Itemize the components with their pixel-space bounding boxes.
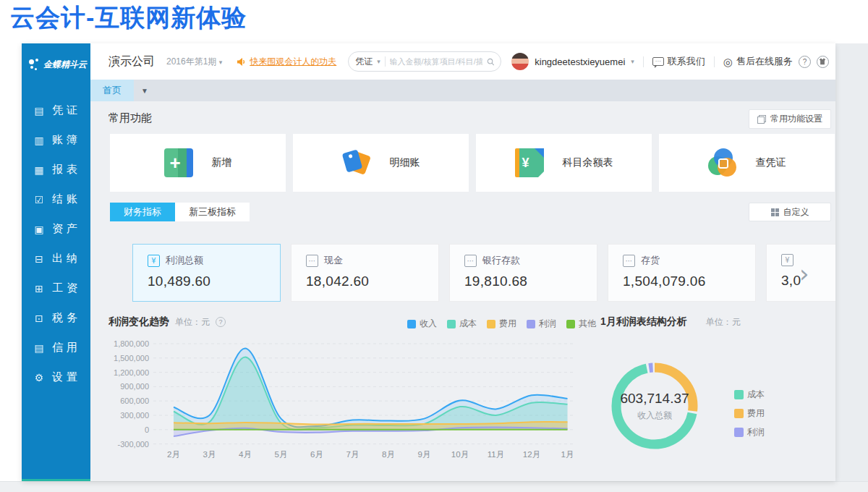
donut-legend-item-利润[interactable]: 利润 — [734, 426, 765, 438]
sidebar-item-label: 报表 — [52, 163, 81, 177]
username[interactable]: kingdeetestxieyuemei — [535, 56, 625, 67]
quick-action-明细账[interactable]: 明细账 — [293, 134, 469, 192]
cash-icon: ⋯ — [306, 255, 318, 267]
legend-label: 费用 — [499, 318, 516, 330]
sidebar-item-cashier[interactable]: ⊟出纳 — [22, 244, 90, 273]
svg-text:1月: 1月 — [561, 450, 574, 459]
sidebar-item-tax[interactable]: ⊡税务 — [22, 303, 90, 333]
donut-chart-unit: 单位：元 — [706, 316, 741, 328]
company-name: 演示公司 — [109, 54, 155, 69]
period-selector[interactable]: 2016年第1期 ▾ — [166, 56, 222, 68]
donut-legend-item-成本[interactable]: 成本 — [734, 389, 765, 401]
quick-action-label: 新增 — [212, 156, 232, 169]
donut-legend-item-费用[interactable]: 费用 — [734, 407, 765, 420]
announcement[interactable]: 快来围观会计人的功夫 — [237, 56, 336, 68]
metric-card-银行存款[interactable]: ⋯银行存款19,810.68 — [449, 244, 597, 302]
svg-text:11月: 11月 — [488, 450, 504, 459]
indicator-icon: ¥ — [781, 254, 793, 266]
quick-action-新增[interactable]: +新增 — [110, 134, 286, 192]
quick-actions-settings-button[interactable]: 常用功能设置 — [749, 109, 831, 129]
top-bar: 演示公司 2016年第1期 ▾ 快来围观会计人的功夫 凭证 ▾ kingdeet… — [90, 43, 835, 80]
voucher-scan-icon — [708, 148, 737, 177]
legend-label: 费用 — [747, 407, 765, 420]
sidebar-item-label: 税务 — [52, 311, 81, 325]
search-input[interactable] — [390, 57, 482, 66]
line-chart-legend: 收入成本费用利润其他 — [407, 318, 596, 330]
tab-新三板指标[interactable]: 新三板指标 — [175, 203, 250, 221]
tags-icon — [342, 148, 371, 177]
announcement-link[interactable]: 快来围观会计人的功夫 — [250, 56, 336, 68]
profit-icon: ¥ — [148, 255, 160, 267]
asset-icon: ▣ — [33, 224, 45, 235]
search-icon[interactable] — [487, 57, 495, 67]
legend-swatch — [734, 409, 744, 418]
contact-us-label: 联系我们 — [668, 55, 705, 68]
legend-item-其他[interactable]: 其他 — [566, 318, 596, 330]
payroll-icon: ⊞ — [33, 283, 45, 294]
sidebar-item-credit[interactable]: ▤信用 — [22, 333, 90, 362]
page-title: 云会计-互联网新体验 — [10, 1, 247, 35]
legend-label: 其他 — [579, 318, 596, 330]
metrics-next-arrow[interactable]: › — [799, 259, 809, 288]
sidebar-item-books[interactable]: ▥账簿 — [22, 125, 90, 155]
sidebar-item-label: 凭证 — [52, 103, 81, 117]
sidebar: 金蝶精斗云 ▤凭证▥账簿▦报表☑结账▣资产⊟出纳⊞工资⊡税务▤信用⚙设置 — [22, 43, 90, 481]
tab-dropdown[interactable]: ▼ — [134, 80, 156, 101]
brand-logo[interactable]: 金蝶精斗云 — [22, 43, 90, 85]
chevron-down-icon: ▾ — [377, 58, 380, 65]
report-icon: ▦ — [33, 164, 45, 176]
search-box[interactable]: 凭证 ▾ — [348, 51, 501, 72]
help-icon[interactable]: ? — [799, 56, 811, 68]
page-backdrop-right — [835, 43, 868, 481]
sidebar-item-voucher[interactable]: ▤凭证 — [22, 96, 90, 125]
sidebar-item-label: 结账 — [52, 192, 81, 206]
donut-chart-legend: 成本费用利润 — [734, 389, 765, 438]
customize-button[interactable]: 自定义 — [749, 203, 831, 221]
sidebar-item-assets[interactable]: ▣资产 — [22, 214, 90, 244]
legend-item-成本[interactable]: 成本 — [447, 318, 477, 330]
svg-text:9月: 9月 — [418, 450, 431, 459]
metric-card-现金[interactable]: ⋯现金18,042.60 — [291, 244, 439, 302]
help-icon[interactable]: ? — [216, 317, 226, 327]
legend-item-收入[interactable]: 收入 — [407, 318, 437, 330]
after-sales-service-link[interactable]: ◎ 售后在线服务 — [723, 55, 793, 68]
add-icon: + — [164, 148, 193, 177]
legend-swatch — [566, 320, 575, 328]
main-content: 常用功能 常用功能设置 +新增明细账¥科目余额表查凭证 财务指标新三板指标 自定… — [90, 101, 835, 481]
quick-action-科目余额表[interactable]: ¥科目余额表 — [476, 134, 652, 192]
svg-text:-300,000: -300,000 — [118, 440, 149, 449]
metric-card-利润总额[interactable]: ¥利润总额10,489.60 — [132, 244, 281, 302]
sidebar-item-label: 账簿 — [52, 133, 81, 147]
avatar[interactable] — [511, 53, 529, 70]
sidebar-item-label: 工资 — [52, 281, 81, 295]
page-backdrop-bottom — [0, 481, 868, 492]
sidebar-item-settings[interactable]: ⚙设置 — [22, 362, 90, 392]
metric-value: 1,504,079.06 — [623, 273, 755, 289]
svg-text:7月: 7月 — [346, 450, 359, 459]
svg-text:10月: 10月 — [451, 450, 469, 459]
quick-action-查凭证[interactable]: 查凭证 — [659, 134, 835, 192]
sidebar-item-reports[interactable]: ▦报表 — [22, 155, 90, 184]
tab-财务指标[interactable]: 财务指标 — [110, 203, 175, 221]
search-category-select[interactable]: 凭证 — [355, 56, 373, 68]
metric-value: 18,042.60 — [306, 273, 438, 289]
app-window: 金蝶精斗云 ▤凭证▥账簿▦报表☑结账▣资产⊟出纳⊞工资⊡税务▤信用⚙设置 演示公… — [22, 43, 835, 481]
legend-item-利润[interactable]: 利润 — [527, 318, 556, 330]
legend-swatch — [407, 320, 416, 328]
legend-item-费用[interactable]: 费用 — [487, 318, 516, 330]
svg-text:5月: 5月 — [275, 450, 288, 459]
svg-text:0: 0 — [145, 425, 149, 434]
sidebar-item-closing[interactable]: ☑结账 — [22, 184, 90, 214]
svg-text:2月: 2月 — [167, 450, 180, 459]
grid-icon — [771, 208, 779, 216]
metric-label: 现金 — [324, 254, 343, 267]
line-chart-title: 利润变化趋势 — [109, 315, 169, 328]
svg-text:12月: 12月 — [523, 450, 540, 459]
sidebar-item-payroll[interactable]: ⊞工资 — [22, 273, 90, 303]
theme-icon[interactable] — [817, 56, 829, 68]
svg-text:1,800,000: 1,800,000 — [114, 339, 149, 348]
metric-card-存货[interactable]: ⋯存货1,504,079.06 — [608, 244, 756, 302]
tab-home[interactable]: 首页 — [90, 80, 134, 101]
contact-us-link[interactable]: ··· 联系我们 — [652, 55, 705, 68]
gear-icon: ⚙ — [33, 372, 45, 383]
